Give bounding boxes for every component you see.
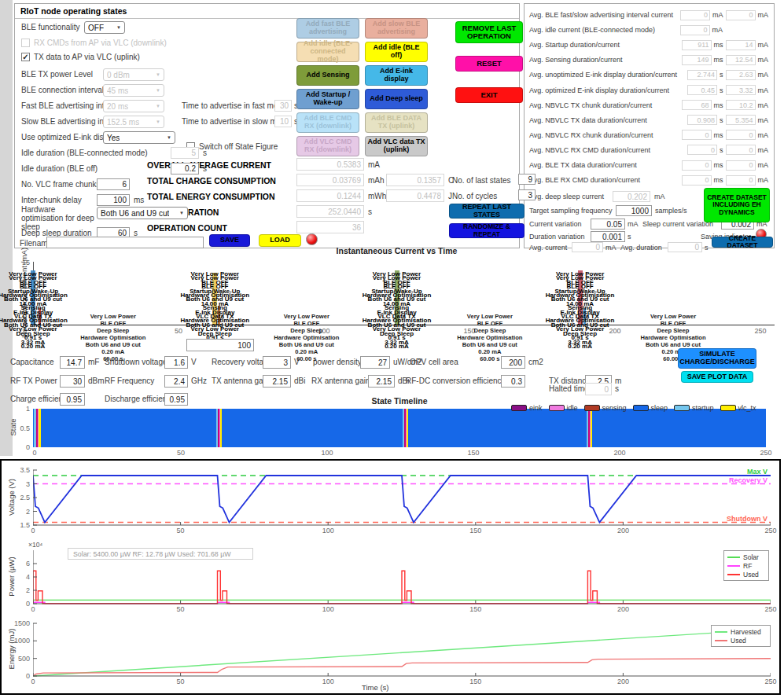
control-label-time-to-advertise-in-fast-mode: Time to advertise in fast mode xyxy=(182,101,287,110)
control-label-idle-duration-ble-off: Idle duration (BLE off) xyxy=(21,164,98,173)
simulate-charge-discharge-button[interactable]: SIMULATE CHARGE/DISCHARGE xyxy=(678,348,756,369)
timeline-bar xyxy=(33,409,766,447)
legend-label: sleep xyxy=(651,404,668,412)
legend-swatch xyxy=(633,405,649,411)
avg-unoptimized-e-ink-display-duration-cur-field: 2.744 xyxy=(687,70,717,80)
avg-row-avg-ble-fast-slow-advertising-interval-cur: Avg. BLE fast/slow advertising interval … xyxy=(529,9,771,21)
legend-swatch xyxy=(715,631,727,633)
target-sampling-frequency-field[interactable]: 1000 xyxy=(616,205,652,216)
save-indicator-led xyxy=(306,233,318,245)
save-button[interactable]: SAVE xyxy=(209,234,250,247)
remove-last-operation-button[interactable]: REMOVE LAST OPERATION xyxy=(455,21,523,43)
dropdown-value: 45 ms xyxy=(107,86,128,95)
total-energy-consumption-2-field: 0.4478 xyxy=(386,189,444,202)
add-e-ink-display-button[interactable]: Add E-ink display xyxy=(365,65,428,86)
no-vlc-frame-chunks-field[interactable]: 6 xyxy=(97,178,130,190)
time-to-advertise-in-fast-mode-field: 30 xyxy=(274,100,292,112)
avg-sensing-duration-current-field: 149 xyxy=(682,55,712,65)
add-deep-sleep-button[interactable]: Add Deep sleep xyxy=(365,89,428,109)
add-sensing-button[interactable]: Add Sensing xyxy=(296,65,359,86)
rx-antenna-gain-field[interactable]: 2.15 xyxy=(368,375,395,388)
avg-row-avg-nbvlc-tx-chunk-duration-current: Avg. NBVLC TX chunk duration/current68ms… xyxy=(529,99,771,112)
avg-nbvlc-tx-chunk-duration-current-field: 68 xyxy=(682,100,712,110)
avg-row-avg-unoptimized-e-ink-display-duration-cur: Avg. unoptimized E-ink display duration/… xyxy=(529,68,771,81)
add-idle-ble-off-button[interactable]: Add idle (BLE off) xyxy=(365,42,428,62)
recovery-voltage-field[interactable]: 3 xyxy=(263,356,291,369)
avg-row-label: Avg. BLE RX CMD duration/current xyxy=(529,176,640,184)
add-startup-wake-up-button[interactable]: Add Startup / Wake-up xyxy=(296,89,359,109)
filename-field[interactable] xyxy=(46,237,204,248)
unit-label: mA xyxy=(758,176,769,184)
opv-cell-area-field[interactable]: 200 xyxy=(501,356,525,369)
avg-ble-fast-slow-advertising-interval-cur-field: 0 xyxy=(680,10,710,20)
param-label-rf-dc-conversion-efficiency: RF-DC conversion efficiency xyxy=(406,377,506,385)
randomize-and-repeat-button[interactable]: RANDOMIZE & REPEAT xyxy=(449,223,525,238)
switch-off-state-figure-checkbox[interactable]: Switch off State Figure xyxy=(186,142,278,151)
shutdown-voltage-field[interactable]: 1.6 xyxy=(164,356,188,369)
current-x-tick: 200 xyxy=(605,327,624,335)
avg-nbvlc-tx-chunk-duration-current-field: 10.2 xyxy=(726,100,756,110)
unit-label: ms xyxy=(714,131,723,139)
exit-button[interactable]: EXIT xyxy=(455,87,523,103)
legend-entry-rf: RF xyxy=(727,561,765,570)
annotation-cluster: Very Low PowerVery Low PowerBLE OFFBLE O… xyxy=(0,272,112,348)
load-button[interactable]: LOAD xyxy=(259,234,301,247)
annotation-segment: Very Low PowerBLE OFFDeep SleepHardware … xyxy=(62,313,164,362)
capacitance-field[interactable]: 14.7 xyxy=(60,356,85,369)
power-density-field[interactable]: 27 xyxy=(360,356,390,369)
duration-variation-field[interactable]: 0.001 xyxy=(591,231,625,242)
initial-field[interactable]: 100 xyxy=(186,339,254,351)
idle-duration-ble-off-field[interactable]: 0.2 xyxy=(171,163,199,174)
param-label-power-density: power density xyxy=(313,358,362,366)
legend-label: Solar xyxy=(743,553,759,561)
checkbox-box[interactable]: ✓ xyxy=(21,53,30,61)
save-plot-data-button[interactable]: SAVE PLOT DATA xyxy=(681,371,753,383)
avg-ble-fast-slow-advertising-interval-cur-field: 0 xyxy=(726,10,756,20)
unit-label: V xyxy=(294,358,300,366)
avg-nbvlc-rx-cmd-duration-current-field: 0 xyxy=(687,145,717,155)
slow-ble-advertising-interval-dropdown: 152.5 ms▼ xyxy=(103,116,164,128)
charge-efficiency-field[interactable]: 0.95 xyxy=(60,393,85,406)
unit-label: ms xyxy=(714,101,723,109)
energy-y-axis-label: Energy (mJ) xyxy=(7,619,16,679)
current-spike xyxy=(578,270,583,325)
no-of-last-states-field[interactable]: 9 xyxy=(518,174,536,185)
inter-chunk-delay-field[interactable]: 100 xyxy=(97,194,130,206)
hardware-optimisation-for-deep-sleep-dropdown[interactable]: Both U6 and U9 cut▼ xyxy=(97,207,188,219)
legend-label: idle xyxy=(567,404,578,412)
time-axis-label: Time (s) xyxy=(362,683,388,692)
rf-tx-power-field[interactable]: 30 xyxy=(60,375,85,388)
reset-button[interactable]: RESET xyxy=(455,56,523,72)
current-variation-field[interactable]: 0.05 xyxy=(591,219,625,230)
legend-entry-solar: Solar xyxy=(727,553,765,561)
unit-label: s xyxy=(203,149,207,157)
ble-functionality-dropdown[interactable]: OFF▼ xyxy=(84,21,125,34)
no-of-cycles-field[interactable]: 3 xyxy=(518,189,536,200)
avg-deep-sleep-current-field: 0.202 xyxy=(613,191,650,202)
unit-label: V xyxy=(191,358,197,366)
total-duration-field: 252.0440 xyxy=(296,205,364,218)
total-charge-consumption-2-field: 0.1357 xyxy=(386,174,444,186)
timeline-event-stripe xyxy=(39,409,41,447)
legend-label: RF xyxy=(743,562,752,570)
chevron-down-icon: ▼ xyxy=(156,119,160,124)
control-label-idle-duration-ble-connected-mode: Idle duration (BLE-connected mode) xyxy=(21,149,148,157)
create-dataset-including-eh-dynamics-button[interactable]: CREATE DATASET INCLUDING EH DYNAMICS xyxy=(704,188,770,222)
legend-label: sensing xyxy=(602,404,627,412)
use-optimized-e-ink-display-dropdown[interactable]: Yes▼ xyxy=(103,131,175,144)
chevron-down-icon: ▼ xyxy=(156,88,160,93)
tx-antenna-gain-field[interactable]: 2.15 xyxy=(263,375,291,388)
timeline-y-label: State xyxy=(9,412,17,443)
avg-row-label: Avg. unoptimized E-ink display duration/… xyxy=(529,71,677,79)
repeat-last-states-button[interactable]: REPEAT LAST STATES xyxy=(449,204,525,219)
rf-frequency-field[interactable]: 2.4 xyxy=(164,375,188,388)
current-x-axis xyxy=(33,325,775,325)
legend-swatch xyxy=(727,557,740,558)
discharge-efficiency-field[interactable]: 0.95 xyxy=(164,393,188,406)
annotation-segment: Very Low PowerBLE OFFDeep SleepHardware … xyxy=(256,313,358,362)
create-dataset-button[interactable]: CREATE DATASET xyxy=(712,237,773,248)
add-vlc-data-tx-uplink-button[interactable]: Add VLC data TX (uplink) xyxy=(365,136,428,156)
tx-data-to-ap-via-vlc-uplink-checkbox[interactable]: ✓TX data to AP via VLC (uplink) xyxy=(21,53,140,61)
rf-dc-conversion-efficiency-field[interactable]: 0.3 xyxy=(501,375,525,388)
avg-nbvlc-rx-chunk-duration-current-field: 0 xyxy=(682,130,712,140)
